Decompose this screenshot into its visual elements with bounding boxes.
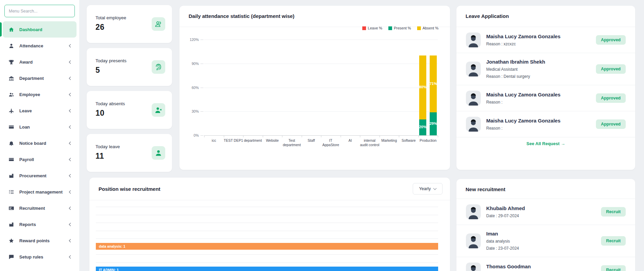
status-badge: Approved: [596, 119, 626, 129]
sidebar-item-recruitment[interactable]: Recruitment: [3, 200, 77, 216]
sidebar-item-leave[interactable]: Leave: [3, 103, 77, 119]
x-category-label: Staff: [301, 138, 321, 143]
bar-segment-present: 20%: [419, 119, 426, 135]
person-details: Jonathan Ibrahim ShekhMedical AssistantR…: [486, 59, 591, 80]
chevron-left-icon: [69, 190, 72, 194]
x-tick: [224, 136, 224, 137]
sidebar-item-label: Setup rules: [19, 254, 43, 259]
sidebar-item-notice-board[interactable]: Notice board: [3, 135, 77, 151]
x-category-label: icc: [204, 138, 224, 143]
recruit-button[interactable]: Recruit: [601, 207, 626, 217]
sidebar-item-dashboard[interactable]: Dashboard: [3, 21, 77, 38]
menu-search-input[interactable]: [4, 5, 75, 17]
sidebar-item-department[interactable]: Department: [3, 70, 77, 86]
position-panel-title: Position wise recruitment: [99, 186, 160, 192]
chevron-left-icon: [69, 141, 72, 145]
see-all-request-link[interactable]: See All Request →: [456, 141, 635, 146]
gridline: [96, 239, 438, 239]
gridline: [96, 223, 438, 223]
sidebar-item-label: Attendance: [19, 43, 43, 48]
bar-value-label: 20%: [417, 125, 429, 129]
sidebar-item-label: Department: [19, 76, 44, 81]
employee-name: Maisha Lucy Zamora Gonzales: [486, 33, 591, 40]
sidebar-item-project-management[interactable]: Project management: [3, 184, 77, 200]
y-tick-label: 120%: [179, 38, 199, 42]
home-icon: [8, 26, 14, 32]
bar-segment-absent: 80%: [419, 55, 426, 119]
gridline: [96, 207, 438, 207]
hr-dashboard-page: DashboardAttendanceAwardDepartmentEmploy…: [0, 0, 644, 271]
avatar: [466, 233, 481, 248]
gridline: [96, 231, 438, 231]
x-category-label: IT AppaStore: [321, 138, 341, 147]
sidebar-item-label: Notice board: [19, 141, 46, 146]
recruit-button[interactable]: Recruit: [601, 236, 626, 246]
chevron-left-icon: [69, 93, 72, 96]
y-tick-label: 90%: [179, 62, 199, 66]
people-icon: [8, 91, 14, 97]
recruit-button[interactable]: Recruit: [601, 265, 626, 271]
position-bar-it-admin-1: IT ADMIN: 1: [96, 267, 438, 271]
sidebar-item-label: Project management: [19, 189, 63, 195]
x-category-label: Software: [399, 138, 419, 143]
bar-segment-absent: 71%: [430, 55, 437, 112]
x-category-label: Production: [418, 138, 438, 143]
chevron-left-icon: [69, 255, 72, 258]
sidebar-item-payroll[interactable]: Payroll: [3, 151, 77, 167]
leave-reason: Reason :: [486, 126, 591, 131]
x-category-label: Marketing: [379, 138, 399, 143]
sidebar-item-reports[interactable]: Reports: [3, 216, 77, 232]
arrow-right-icon: →: [561, 141, 565, 146]
person-details: Imandata analysisDate : 23-07-2024: [486, 230, 596, 251]
stat-card-today-leave: Today leave11: [87, 134, 172, 172]
stat-card-total-employee: Total employee26: [87, 5, 172, 43]
id-card-icon: [8, 205, 14, 211]
avatar: [466, 204, 481, 219]
sidebar-item-label: Reward points: [19, 238, 50, 243]
employee-name: Thomas Goodman: [486, 263, 596, 270]
bar-segment-present: 29%: [430, 112, 437, 135]
x-tick: [321, 136, 321, 137]
people-outline-icon: [152, 17, 165, 31]
sidebar-item-reward-points[interactable]: Reward points: [3, 232, 77, 249]
bell-icon: [8, 140, 14, 146]
sidebar-item-loan[interactable]: Loan: [3, 119, 77, 135]
position-panel-header: Position wise recruitment Yearly: [89, 178, 450, 200]
sidebar-item-attendance[interactable]: Attendance: [3, 38, 77, 54]
leave-application-row: Jonathan Ibrahim ShekhMedical AssistantR…: [456, 53, 635, 85]
chat-icon: [8, 254, 14, 260]
chevron-left-icon: [69, 109, 72, 112]
bar-value-label: 71%: [427, 82, 439, 86]
sidebar-item-employee[interactable]: Employee: [3, 86, 77, 103]
employee-name: Khubaib Ahmed: [486, 205, 596, 212]
avatar: [466, 32, 481, 47]
sidebar-item-label: Leave: [19, 108, 32, 113]
status-badge: Approved: [596, 35, 626, 45]
chevron-left-icon: [69, 223, 72, 226]
sidebar-item-award[interactable]: Award: [3, 54, 77, 70]
sidebar-item-label: Recruitment: [19, 206, 45, 211]
sidebar-item-label: Procurement: [19, 173, 46, 178]
chevron-left-icon: [69, 125, 72, 129]
leave-application-row: Maisha Lucy Zamora GonzalesReason :Appro…: [456, 111, 635, 137]
sidebar-item-procurement[interactable]: Procurement: [3, 167, 77, 184]
trophy-icon: [8, 59, 14, 65]
x-tick: [399, 136, 399, 137]
factory-icon: [8, 173, 14, 179]
chevron-left-icon: [69, 76, 72, 80]
y-tick-label: 0%: [179, 133, 199, 137]
y-tick: [200, 64, 203, 64]
attendance-chart: 0%30%60%90%120%iccTEST DEP1departmentWeb…: [179, 6, 450, 170]
person-details: Thomas GoodmanIT ADMIN: [486, 263, 596, 271]
gridline: [204, 88, 438, 88]
employee-name: Maisha Lucy Zamora Gonzales: [486, 117, 591, 124]
new-recruitment-title: New recruitment: [466, 186, 506, 192]
sidebar-item-label: Loan: [19, 125, 30, 130]
x-category-label: AI: [340, 138, 360, 143]
avatar: [466, 62, 481, 76]
yearly-filter-select[interactable]: Yearly: [413, 183, 443, 195]
sidebar-item-label: Reports: [19, 222, 36, 227]
sidebar-item-setup-rules[interactable]: Setup rules: [3, 249, 77, 265]
x-category-label: internal audit control: [360, 138, 380, 147]
gridline: [96, 263, 438, 263]
